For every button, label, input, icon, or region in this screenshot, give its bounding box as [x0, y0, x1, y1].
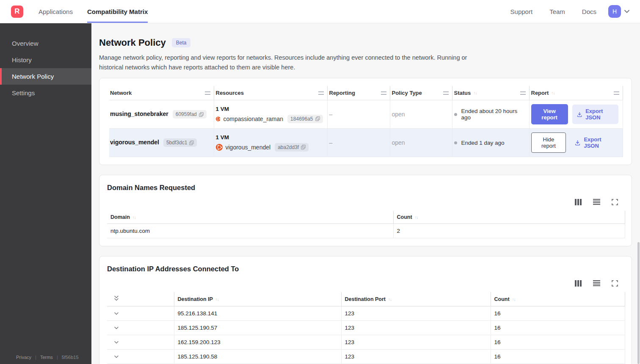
fullscreen-icon[interactable] [612, 199, 618, 205]
expand-row-icon[interactable] [114, 355, 119, 358]
network-id-badge: 60959fad [173, 110, 207, 119]
drag-handle-icon[interactable] [318, 91, 324, 95]
r-logo[interactable]: R [11, 6, 23, 18]
port-value: 123 [341, 321, 491, 335]
expand-all-header [107, 292, 174, 306]
destination-ips-card: Destination IP Addresses Connected To De… [99, 256, 632, 364]
column-header-destination-ip[interactable]: Destination IP [174, 292, 341, 306]
page-header: Network Policy Beta [99, 37, 632, 48]
ip-value: 185.125.190.57 [174, 321, 341, 335]
vm-count: 1 VM [216, 134, 323, 141]
sort-icon [473, 91, 477, 95]
sidebar: Overview History Network Policy Settings… [0, 23, 91, 364]
nav-tabs: Applications Compatibility Matrix [39, 0, 162, 23]
column-header-network: Network [109, 86, 214, 100]
column-header-status[interactable]: Status [452, 86, 529, 100]
page-scrollbar[interactable] [637, 242, 640, 364]
nav-right: Support Team Docs H [494, 5, 640, 18]
nav-link-support[interactable]: Support [510, 8, 533, 15]
columns-icon[interactable] [575, 199, 582, 205]
copy-icon[interactable] [199, 112, 204, 117]
main-content: Network Policy Beta Manage network polic… [91, 23, 640, 364]
policy-type-value: open [390, 100, 452, 129]
card-title: Destination IP Addresses Connected To [107, 265, 624, 273]
count-value: 16 [491, 350, 625, 364]
column-header-destination-port[interactable]: Destination Port [341, 292, 491, 306]
ip-row: 95.216.138.141 123 16 [107, 306, 625, 321]
column-header-reporting: Reporting [327, 86, 390, 100]
sidebar-item-network-policy[interactable]: Network Policy [0, 68, 91, 85]
page-title: Network Policy [99, 37, 166, 48]
column-header-report[interactable]: Report [529, 86, 623, 100]
networks-card: Network Resources Reporting Policy Type … [99, 78, 632, 165]
column-header-domain[interactable]: Domain [107, 211, 393, 224]
nav-tab-compatibility-matrix[interactable]: Compatibility Matrix [87, 0, 148, 23]
expand-row-icon[interactable] [114, 341, 119, 344]
expand-row-icon[interactable] [114, 326, 119, 330]
export-json-button[interactable]: Export JSON [570, 133, 618, 152]
card-title: Domain Names Requested [107, 184, 624, 192]
sort-icon [388, 297, 392, 302]
sidebar-item-settings[interactable]: Settings [0, 85, 91, 101]
sort-icon [415, 215, 418, 220]
ubuntu-icon [216, 144, 223, 151]
resource-id-badge: aba2dd3f [275, 143, 309, 152]
reporting-value: – [327, 129, 390, 157]
ip-row: 162.159.200.123 123 16 [107, 335, 625, 350]
sidebar-footer: Privacy | Terms | 5f56b15 [16, 355, 79, 360]
policy-type-value: open [390, 129, 452, 157]
domain-names-card: Domain Names Requested Domain Count ntp.… [99, 175, 632, 246]
export-json-button[interactable]: Export JSON [572, 105, 618, 124]
nav-tab-applications[interactable]: Applications [39, 0, 73, 23]
status-dot [454, 113, 457, 116]
avatar[interactable]: H [608, 5, 621, 18]
table-toolbar [107, 280, 624, 287]
copy-icon[interactable] [189, 141, 194, 145]
status-text: Ended 1 day ago [461, 140, 505, 146]
column-header-count[interactable]: Count [393, 211, 625, 224]
rows-icon[interactable] [593, 280, 600, 286]
view-report-button[interactable]: View report [531, 104, 568, 124]
sidebar-item-history[interactable]: History [0, 52, 91, 68]
ip-row: 185.125.190.58 123 16 [107, 350, 625, 364]
status-text: Ended about 20 hours ago [461, 108, 525, 121]
domain-value: ntp.ubuntu.com [107, 224, 393, 238]
columns-icon[interactable] [575, 280, 582, 287]
ubuntu-icon [216, 116, 221, 122]
expand-all-icon[interactable] [114, 295, 119, 301]
resource-id-badge: 184696a5 [287, 115, 323, 123]
sort-icon [215, 297, 219, 302]
column-header-count[interactable]: Count [491, 292, 625, 306]
copy-icon[interactable] [315, 116, 320, 121]
sort-icon [512, 297, 516, 302]
privacy-link[interactable]: Privacy [16, 355, 31, 360]
rows-icon[interactable] [593, 199, 600, 205]
column-header-policy-type: Policy Type [390, 86, 452, 100]
network-row: vigorous_mendel5bdf3dc1 1 VM vigorous_me… [109, 129, 623, 157]
port-value: 123 [341, 350, 491, 364]
drag-handle-icon[interactable] [205, 91, 210, 95]
nav-link-team[interactable]: Team [549, 8, 565, 15]
drag-handle-icon[interactable] [520, 91, 526, 95]
expand-row-icon[interactable] [114, 312, 119, 315]
copy-icon[interactable] [301, 145, 306, 149]
drag-handle-icon[interactable] [381, 91, 386, 95]
resource-name: compassionate_raman [223, 116, 283, 122]
chevron-down-icon[interactable] [624, 10, 630, 14]
divider: | [35, 355, 36, 360]
beta-badge: Beta [172, 38, 191, 47]
terms-link[interactable]: Terms [40, 355, 53, 360]
ip-row: 185.125.190.57 123 16 [107, 321, 625, 335]
domain-table: Domain Count ntp.ubuntu.com 2 [107, 211, 625, 238]
count-value: 2 [393, 224, 625, 238]
nav-link-docs[interactable]: Docs [582, 8, 596, 15]
domain-header-row: Domain Count [107, 211, 625, 224]
hide-report-button[interactable]: Hide report [531, 132, 566, 153]
drag-handle-icon[interactable] [614, 91, 619, 95]
networks-table: Network Resources Reporting Policy Type … [109, 86, 623, 157]
sidebar-item-overview[interactable]: Overview [0, 35, 91, 52]
fullscreen-icon[interactable] [612, 280, 618, 287]
divider: | [57, 355, 58, 360]
drag-handle-icon[interactable] [443, 91, 449, 95]
network-name: vigorous_mendel [110, 139, 159, 146]
